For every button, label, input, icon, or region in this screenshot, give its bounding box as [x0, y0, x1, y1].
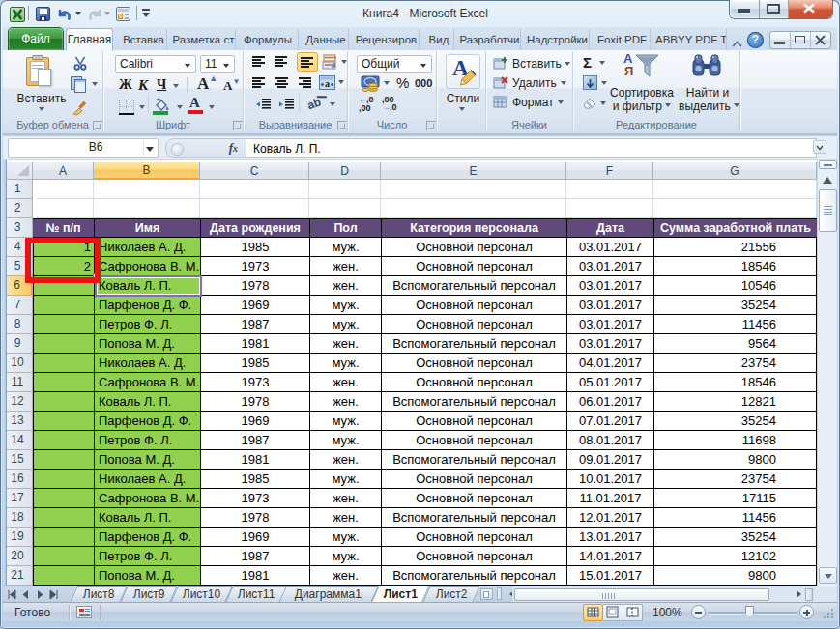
- svg-text:a: a: [325, 78, 330, 89]
